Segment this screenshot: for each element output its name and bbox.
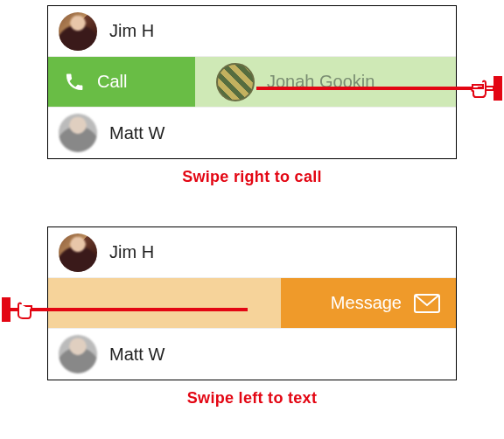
contact-list-card: Jim H Call Jonah Gookin Matt W: [47, 5, 457, 159]
avatar: [59, 233, 97, 272]
swiped-contact-remainder: in: [48, 278, 281, 328]
message-action-panel[interactable]: Message: [281, 278, 456, 328]
pointing-hand-icon: [472, 76, 502, 101]
envelope-icon: [414, 294, 440, 313]
contact-row[interactable]: Matt W: [48, 329, 456, 380]
section-swipe-left: Jim H in Message Matt W: [0, 226, 504, 408]
section-swipe-right: Jim H Call Jonah Gookin Matt W: [0, 5, 504, 186]
avatar: [59, 114, 97, 152]
avatar: [59, 335, 97, 373]
swipe-gesture-line: [3, 308, 248, 311]
contact-row[interactable]: Matt W: [48, 108, 456, 158]
call-action-panel[interactable]: Call: [48, 57, 195, 107]
message-action-label: Message: [331, 293, 402, 313]
contact-name: Jim H: [109, 21, 154, 41]
avatar: [59, 12, 97, 51]
contact-row[interactable]: Jim H: [48, 227, 456, 278]
contact-list-card: Jim H in Message Matt W: [47, 226, 457, 380]
caption: Swipe right to call: [0, 168, 504, 186]
contact-row-swiped[interactable]: in Message: [48, 278, 456, 329]
phone-icon: [64, 72, 85, 93]
contact-name: Matt W: [109, 123, 164, 143]
pointing-hand-icon: [2, 297, 32, 322]
contact-row[interactable]: Jim H: [48, 6, 456, 57]
call-action-label: Call: [97, 72, 127, 92]
swiped-contact-remainder: Jonah Gookin: [195, 57, 456, 107]
contact-name: Matt W: [109, 345, 164, 365]
contact-name: Jim H: [109, 242, 154, 262]
avatar: [216, 63, 255, 101]
caption: Swipe left to text: [0, 389, 504, 408]
swipe-gesture-line: [256, 87, 501, 90]
contact-row-swiped[interactable]: Call Jonah Gookin: [48, 57, 456, 108]
